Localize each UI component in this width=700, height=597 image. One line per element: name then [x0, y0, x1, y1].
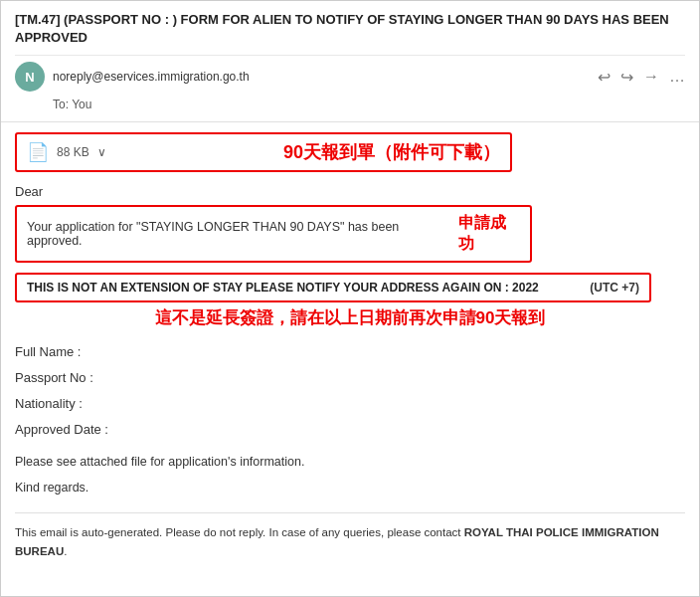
kind-regards-text: Kind regards. — [15, 481, 685, 495]
footer-text: This email is auto-generated. Please do … — [15, 526, 464, 538]
reply-button[interactable]: ↩ — [598, 68, 611, 87]
forward-button[interactable]: → — [643, 68, 659, 86]
attachment-box[interactable]: 📄 88 KB ∨ 90天報到單（附件可下載） — [15, 132, 512, 172]
passport-no-field: Passport No : — [15, 365, 685, 391]
footer-end: . — [64, 545, 67, 557]
header-actions: ↩ ↪ → … — [598, 68, 685, 87]
sender-email: noreply@eservices.immigration.go.th — [53, 70, 250, 84]
info-fields: Full Name : Passport No : Nationality : … — [15, 339, 685, 443]
please-see-text: Please see attached file for application… — [15, 455, 685, 469]
avatar: N — [15, 62, 45, 92]
attachment-file-icon: 📄 — [27, 141, 49, 163]
attachment-info: 88 KB ∨ — [57, 145, 265, 159]
approval-box: Your application for "STAYING LONGER THA… — [15, 205, 532, 263]
to-row: To: You — [15, 96, 685, 115]
notify-main-text: THIS IS NOT AN EXTENSION OF STAY PLEASE … — [27, 281, 580, 295]
full-name-field: Full Name : — [15, 339, 685, 365]
approval-chinese: 申請成功 — [458, 213, 520, 255]
notify-chinese: 這不是延長簽證，請在以上日期前再次申請90天報到 — [15, 306, 685, 329]
attachment-chinese-label: 90天報到單（附件可下載） — [283, 140, 500, 164]
attachment-dropdown[interactable]: ∨ — [97, 145, 106, 159]
approved-date-field: Approved Date : — [15, 417, 685, 443]
notify-utc: (UTC +7) — [590, 281, 639, 295]
notify-text: THIS IS NOT AN EXTENSION OF STAY PLEASE … — [27, 281, 639, 295]
email-subject: [TM.47] (PASSPORT NO : ) FORM FOR ALIEN … — [15, 11, 685, 47]
approval-text: Your application for "STAYING LONGER THA… — [27, 220, 446, 248]
attachment-size: 88 KB — [57, 145, 89, 159]
more-button[interactable]: … — [669, 68, 685, 86]
dear-text: Dear — [15, 184, 685, 199]
reply-all-button[interactable]: ↪ — [620, 68, 633, 87]
notify-box: THIS IS NOT AN EXTENSION OF STAY PLEASE … — [15, 273, 651, 302]
footer-note: This email is auto-generated. Please do … — [15, 512, 685, 560]
nationality-field: Nationality : — [15, 391, 685, 417]
